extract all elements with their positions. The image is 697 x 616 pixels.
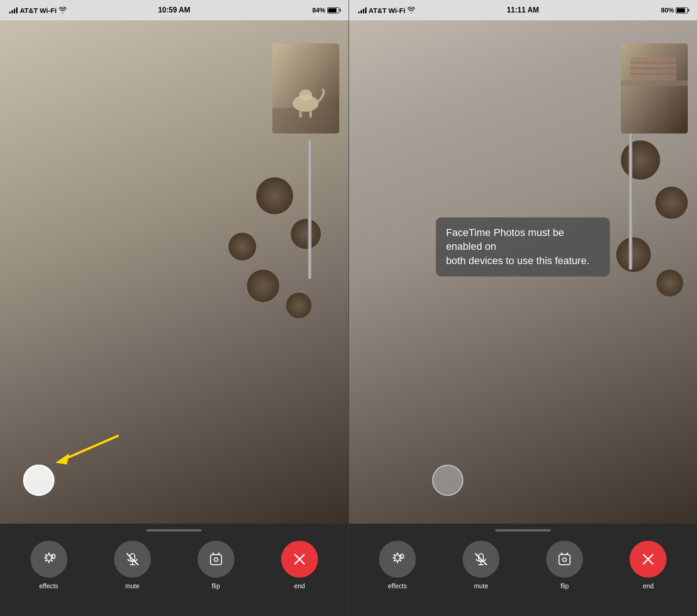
carrier-left: AT&T Wi-Fi <box>9 6 66 14</box>
effects-label: effects <box>39 582 58 590</box>
end-icon <box>291 551 308 568</box>
signal-icon-left <box>9 7 18 13</box>
battery-area-right: 80% <box>661 6 688 14</box>
flip-icon-right <box>556 551 573 568</box>
mute-button[interactable] <box>114 541 151 578</box>
effects-label-right: effects <box>388 582 407 590</box>
end-button[interactable] <box>281 541 318 578</box>
flip-label-right: flip <box>560 582 569 590</box>
flip-icon <box>208 551 224 568</box>
mute-label: mute <box>125 582 139 590</box>
mute-button-right[interactable] <box>463 541 499 578</box>
wall-deco-r2 <box>655 187 688 219</box>
svg-line-6 <box>65 436 118 459</box>
mute-icon <box>124 551 141 568</box>
camera-view-right: FaceTime Photos must be enabled on both … <box>349 20 697 524</box>
svg-rect-1 <box>272 108 339 133</box>
wifi-icon-right <box>408 7 415 13</box>
battery-icon-right <box>676 7 688 13</box>
effects-icon <box>41 551 57 568</box>
wall-deco-3 <box>247 270 279 302</box>
buttons-row-left: effects mute <box>0 541 348 590</box>
facetime-tooltip: FaceTime Photos must be enabled on both … <box>436 217 610 276</box>
wall-deco-r4 <box>656 270 683 296</box>
pip-thumbnail-right <box>621 43 688 133</box>
effects-btn-wrap-r: effects <box>358 541 437 590</box>
effects-icon-right <box>389 551 406 568</box>
time-right: 11:11 AM <box>507 6 539 14</box>
svg-rect-16 <box>621 80 688 86</box>
wall-deco-5 <box>228 233 256 260</box>
end-label: end <box>294 582 305 590</box>
svg-point-25 <box>563 558 566 562</box>
svg-rect-4 <box>299 110 302 118</box>
effects-button[interactable] <box>30 541 67 578</box>
railing <box>308 140 312 279</box>
mute-icon-right <box>473 551 489 568</box>
status-bar-left: AT&T Wi-Fi 10:59 AM 84% <box>0 0 348 20</box>
carrier-right: AT&T Wi-Fi <box>358 6 415 14</box>
flip-button[interactable] <box>198 541 234 578</box>
controls-bar-right: effects mute <box>349 524 697 616</box>
right-phone-panel: AT&T Wi-Fi 11:11 AM 80% <box>349 0 697 616</box>
flip-label: flip <box>212 582 220 590</box>
time-left: 10:59 AM <box>158 6 190 14</box>
left-phone-panel: AT&T Wi-Fi 10:59 AM 84% <box>0 0 348 616</box>
end-btn-wrap: end <box>260 541 339 590</box>
home-indicator-right <box>495 529 551 531</box>
camera-view-left <box>0 20 348 524</box>
end-btn-wrap-r: end <box>609 541 688 590</box>
pip-thumbnail-left <box>272 43 339 133</box>
end-label-right: end <box>643 582 654 590</box>
buttons-row-right: effects mute <box>349 541 697 590</box>
svg-rect-15 <box>621 43 688 133</box>
flip-btn-wrap: flip <box>176 541 255 590</box>
dog-silhouette <box>272 43 339 133</box>
svg-rect-5 <box>309 110 312 118</box>
wifi-icon-left <box>59 7 66 13</box>
status-bar-right: AT&T Wi-Fi 11:11 AM 80% <box>349 0 697 20</box>
railing-right <box>629 122 632 270</box>
flip-button-right[interactable] <box>546 541 583 578</box>
effects-btn-wrap: effects <box>9 541 88 590</box>
end-icon-right <box>640 551 656 568</box>
mute-label-right: mute <box>474 582 488 590</box>
svg-point-3 <box>299 90 312 101</box>
battery-icon-left <box>327 7 339 13</box>
wall-deco-r3 <box>616 237 651 272</box>
mute-btn-wrap: mute <box>93 541 172 590</box>
flip-btn-wrap-r: flip <box>525 541 604 590</box>
end-button-right[interactable] <box>630 541 667 578</box>
signal-icon-right <box>358 7 367 13</box>
wall-deco-r1 <box>621 140 660 180</box>
wall-deco-1 <box>256 177 293 214</box>
wall-deco-4 <box>286 293 312 318</box>
tooltip-text: FaceTime Photos must be enabled on both … <box>446 225 600 268</box>
battery-area-left: 84% <box>312 6 339 14</box>
yellow-arrow <box>46 431 120 468</box>
shutter-button-right[interactable] <box>432 465 463 496</box>
shutter-button-left[interactable] <box>23 465 54 496</box>
pip-content-right <box>621 43 688 133</box>
wall-deco-2 <box>291 219 321 249</box>
controls-bar-left: effects mute <box>0 524 348 616</box>
effects-button-right[interactable] <box>379 541 416 578</box>
svg-marker-7 <box>55 453 69 465</box>
svg-point-12 <box>214 558 218 562</box>
mute-btn-wrap-r: mute <box>442 541 521 590</box>
home-indicator-left <box>146 529 202 531</box>
